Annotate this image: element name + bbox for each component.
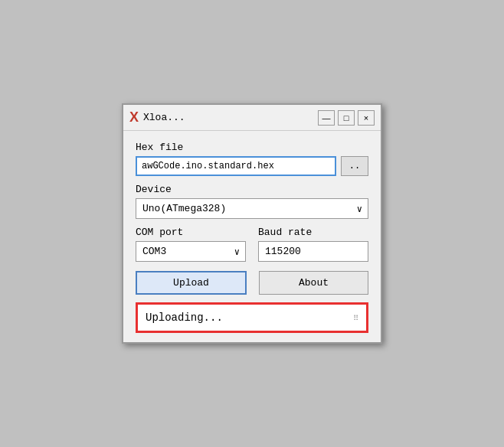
device-select[interactable]: Uno(ATmega328) Mega(ATmega2560) Nano(ATm… <box>136 198 368 219</box>
com-port-select[interactable]: COM1 COM2 COM3 COM4 COM5 <box>136 241 246 262</box>
browse-button[interactable]: .. <box>341 156 368 176</box>
main-window: X Xloa... — □ × Hex file .. Device Uno(A… <box>122 103 382 344</box>
status-text: Uploading... <box>146 312 223 324</box>
baud-rate-label: Baud rate <box>258 227 368 238</box>
status-bar: Uploading... ⠿ <box>136 302 368 333</box>
hex-file-row: .. <box>136 156 368 176</box>
com-select-wrapper: COM1 COM2 COM3 COM4 COM5 ∨ <box>136 241 246 262</box>
device-label: Device <box>136 184 368 195</box>
upload-button[interactable]: Upload <box>136 271 247 295</box>
restore-button[interactable]: □ <box>338 110 355 126</box>
device-section: Device Uno(ATmega328) Mega(ATmega2560) N… <box>136 184 368 219</box>
hex-file-label: Hex file <box>136 142 368 153</box>
com-port-label: COM port <box>136 227 246 238</box>
com-baud-row: COM port COM1 COM2 COM3 COM4 COM5 ∨ Baud… <box>136 227 368 262</box>
hex-file-input[interactable] <box>136 156 336 176</box>
close-button[interactable]: × <box>358 110 375 126</box>
window-controls: — □ × <box>318 110 375 126</box>
baud-section: Baud rate <box>258 227 368 262</box>
app-icon: X <box>129 109 139 126</box>
about-button[interactable]: About <box>259 271 368 295</box>
com-section: COM port COM1 COM2 COM3 COM4 COM5 ∨ <box>136 227 246 262</box>
resize-handle-icon[interactable]: ⠿ <box>348 312 358 323</box>
window-title: Xloa... <box>143 112 313 123</box>
minimize-button[interactable]: — <box>318 110 335 126</box>
device-select-wrapper: Uno(ATmega328) Mega(ATmega2560) Nano(ATm… <box>136 198 368 219</box>
title-bar: X Xloa... — □ × <box>123 105 381 131</box>
action-row: Upload About <box>136 271 368 295</box>
baud-rate-input[interactable] <box>258 241 368 262</box>
window-body: Hex file .. Device Uno(ATmega328) Mega(A… <box>123 131 381 342</box>
